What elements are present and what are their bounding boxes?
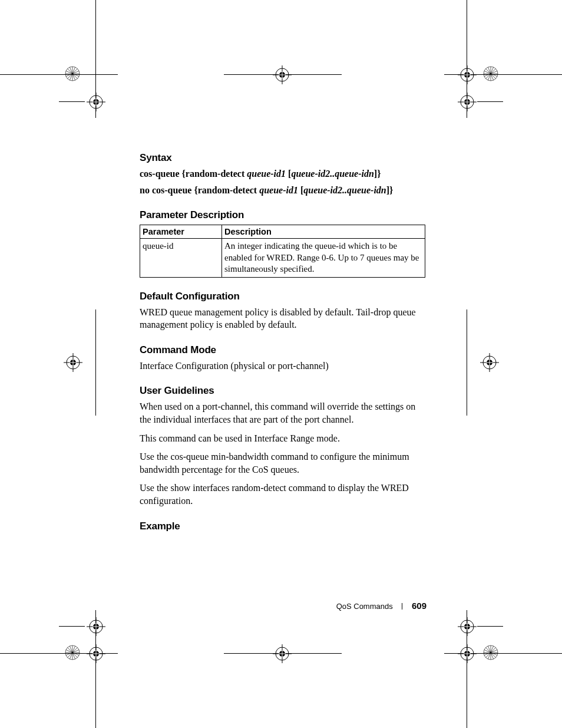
heading-user-guidelines: User Guidelines (140, 385, 425, 397)
command-mode-section: Command Mode Interface Configuration (ph… (140, 344, 425, 373)
registration-mark-icon (457, 617, 477, 637)
starburst-mark-icon (64, 65, 81, 83)
parameter-description-section: Parameter Description Parameter Descript… (140, 209, 425, 278)
footer-page-number: 609 (412, 601, 427, 611)
starburst-mark-icon (482, 644, 500, 661)
table-cell-parameter: queue-id (140, 239, 222, 278)
default-configuration-section: Default Configuration WRED queue managem… (140, 291, 425, 331)
crop-line (224, 74, 342, 75)
crop-line (0, 74, 118, 75)
heading-syntax: Syntax (140, 152, 425, 164)
user-guidelines-paragraph: When used on a port-channel, this comman… (140, 400, 425, 426)
crop-line (95, 309, 96, 416)
command-mode-text: Interface Configuration (physical or por… (140, 360, 425, 373)
registration-mark-icon (86, 92, 106, 112)
registration-mark-icon (480, 353, 500, 373)
table-header-description: Description (222, 225, 425, 239)
parameter-table: Parameter Description queue-id An intege… (140, 225, 425, 278)
user-guidelines-paragraph: This command can be used in Interface Ra… (140, 432, 425, 445)
syntax-text: no cos-queue {random-detect (140, 185, 259, 195)
crop-line (467, 0, 467, 118)
footer-separator (402, 603, 402, 610)
registration-mark-icon (457, 92, 477, 112)
crop-line (467, 610, 467, 728)
syntax-section: Syntax cos-queue {random-detect queue-id… (140, 152, 425, 196)
syntax-line-2: no cos-queue {random-detect queue-id1 [q… (140, 184, 425, 197)
default-configuration-text: WRED queue management policy is disabled… (140, 306, 425, 331)
crop-line (59, 101, 85, 102)
syntax-param: queue-id2..queue-idn (291, 169, 373, 179)
syntax-param: queue-id2..queue-idn (303, 185, 386, 195)
heading-default-configuration: Default Configuration (140, 291, 425, 302)
syntax-text: ]} (374, 169, 381, 179)
crop-line (95, 610, 96, 728)
heading-parameter-description: Parameter Description (140, 209, 425, 221)
registration-mark-icon (457, 644, 477, 664)
crop-line (0, 653, 118, 654)
crop-line (467, 309, 467, 416)
syntax-param: queue-id1 (259, 185, 300, 195)
registration-mark-icon (86, 617, 106, 637)
footer-section-name: QoS Commands (336, 602, 393, 611)
syntax-text: cos-queue {random-detect (140, 169, 247, 179)
starburst-mark-icon (482, 65, 500, 83)
user-guidelines-paragraph: Use the cos-queue min-bandwidth command … (140, 450, 425, 476)
table-row: queue-id An integer indicating the queue… (140, 239, 425, 278)
crop-line (444, 74, 562, 75)
user-guidelines-section: User Guidelines When used on a port-chan… (140, 385, 425, 507)
heading-example: Example (140, 521, 425, 532)
crop-line (224, 653, 342, 654)
table-header-parameter: Parameter (140, 225, 222, 239)
crop-line (59, 626, 85, 627)
table-header-row: Parameter Description (140, 225, 425, 239)
starburst-mark-icon (64, 644, 81, 661)
registration-mark-icon (272, 65, 292, 85)
crop-line (477, 626, 503, 627)
page-footer: QoS Commands 609 (336, 601, 427, 611)
crop-line (95, 0, 96, 118)
registration-mark-icon (457, 65, 477, 85)
syntax-param: queue-id1 (247, 169, 288, 179)
example-section: Example (140, 521, 425, 532)
table-cell-description: An integer indicating the queue-id which… (222, 239, 425, 278)
registration-mark-icon (63, 353, 83, 373)
heading-command-mode: Command Mode (140, 344, 425, 356)
user-guidelines-paragraph: Use the show interfaces random-detect co… (140, 482, 425, 507)
crop-line (444, 653, 562, 654)
page-content: Syntax cos-queue {random-detect queue-id… (140, 152, 425, 545)
registration-mark-icon (272, 644, 292, 664)
syntax-line-1: cos-queue {random-detect queue-id1 [queu… (140, 167, 425, 180)
syntax-text: ]} (386, 185, 394, 195)
crop-line (477, 101, 503, 102)
registration-mark-icon (86, 644, 106, 664)
